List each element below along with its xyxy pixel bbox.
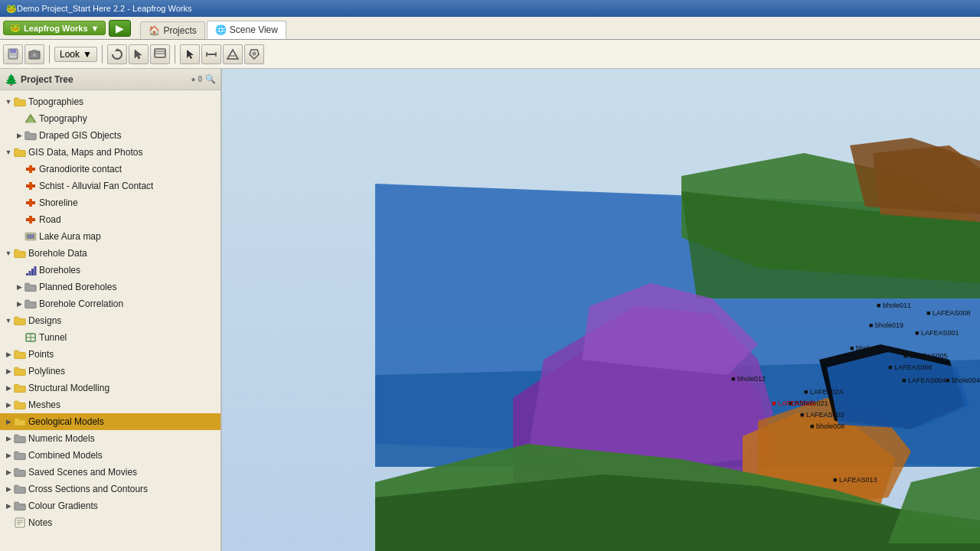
tree-item-draped-gis[interactable]: Draped GIS Objects — [0, 127, 220, 144]
select-button[interactable] — [129, 44, 149, 64]
tree-arrow-structural-modelling — [3, 383, 14, 393]
tree-label-borehole-data: Borehole Data — [28, 248, 87, 259]
svg-text:■ LAFEAS001: ■ LAFEAS001 — [772, 399, 815, 407]
tree-item-designs[interactable]: Designs — [0, 312, 220, 329]
tree-icon-combined-models — [14, 450, 26, 461]
tree-icon-gis-data — [14, 147, 26, 158]
svg-text:■ LAFEAS003: ■ LAFEAS003 — [800, 411, 844, 419]
perspective-button[interactable] — [223, 44, 243, 64]
svg-text:■ LAFEAS004: ■ LAFEAS004 — [902, 377, 946, 384]
tree-label-schist: Schist - Alluvial Fan Contact — [39, 181, 153, 191]
scene-view[interactable]: ■ bhole011 ■ LAFEAS008 ■ bhole019 ■ LAFE… — [222, 69, 980, 551]
tree-item-schist[interactable]: Schist - Alluvial Fan Contact — [0, 178, 220, 194]
camera-button[interactable] — [24, 44, 44, 64]
tree-arrow-road — [14, 214, 24, 225]
tree-label-road: Road — [39, 214, 61, 225]
tree-arrow-saved-scenes — [3, 467, 14, 478]
measure-button[interactable] — [201, 44, 221, 64]
svg-text:■ LAFEAS005: ■ LAFEAS005 — [903, 352, 947, 360]
tree-icon-borehole-data — [14, 248, 26, 259]
title-bar-text: Demo Project_Start Here 2.2 - Leapfrog W… — [17, 4, 191, 13]
tree-item-cross-sections[interactable]: Cross Sections and Contours — [0, 481, 220, 497]
save-button[interactable] — [3, 44, 23, 64]
tree-icon-shoreline — [24, 197, 37, 208]
project-tree-title: Project Tree — [21, 74, 74, 85]
svg-rect-32 — [26, 273, 28, 276]
svg-text:■ bhole008: ■ bhole008 — [810, 422, 844, 430]
tree-item-polylines[interactable]: Polylines — [0, 363, 220, 380]
tree-item-notes[interactable]: Notes — [0, 514, 220, 531]
left-panel: 🌲 Project Tree ● 0 🔍 TopographiesTopogra… — [0, 69, 222, 551]
tree-label-notes: Notes — [28, 517, 52, 528]
tree-arrow-borehole-correlation — [14, 298, 24, 309]
tree-label-meshes: Meshes — [28, 399, 60, 410]
toolbar: Look ▼ — [0, 40, 980, 69]
tree-item-shoreline[interactable]: Shoreline — [0, 194, 220, 211]
tree-icon-granodiorite — [24, 164, 37, 174]
tree-label-polylines: Polylines — [28, 366, 65, 377]
tree-icon-colour-gradients — [14, 500, 26, 511]
tree-item-borehole-correlation[interactable]: Borehole Correlation — [0, 295, 220, 312]
tree-label-lake-aura: Lake Aura map — [39, 231, 101, 242]
tree-arrow-borehole-data — [3, 248, 14, 259]
tree-item-meshes[interactable]: Meshes — [0, 396, 220, 413]
tree-item-borehole-data[interactable]: Borehole Data — [0, 245, 220, 262]
tree-arrow-boreholes — [14, 265, 24, 276]
title-bar-icon: 🐸 — [6, 4, 17, 14]
tree-label-saved-scenes: Saved Scenes and Movies — [28, 467, 137, 478]
app-menu-arrow-icon: ▼ — [91, 24, 100, 33]
tree-item-road[interactable]: Road — [0, 211, 220, 228]
tree-icon-draped-gis — [24, 130, 37, 141]
tree-item-planned-boreholes[interactable]: Planned Boreholes — [0, 279, 220, 295]
svg-rect-33 — [29, 271, 31, 276]
light-button[interactable] — [244, 44, 264, 64]
tree-arrow-polylines — [3, 366, 14, 377]
tree-label-gis-data: GIS Data, Maps and Photos — [28, 147, 142, 158]
tree-item-geological-models[interactable]: Geological Models — [0, 413, 220, 430]
tree-item-gis-data[interactable]: GIS Data, Maps and Photos — [0, 144, 220, 161]
zoom-button[interactable] — [150, 44, 170, 64]
tree-icon-designs — [14, 315, 26, 326]
svg-rect-1 — [10, 49, 16, 53]
svg-rect-34 — [31, 269, 34, 276]
tree-icon-cross-sections — [14, 484, 26, 494]
tree-item-granodiorite[interactable]: Granodiorite contact — [0, 161, 220, 178]
tree-label-structural-modelling: Structural Modelling — [28, 383, 109, 393]
tree-item-numeric-models[interactable]: Numeric Models — [0, 430, 220, 447]
tree-label-topographies: Topographies — [28, 96, 83, 107]
svg-rect-23 — [29, 182, 32, 190]
tree-arrow-numeric-models — [3, 433, 14, 444]
tree-item-points[interactable]: Points — [0, 346, 220, 363]
tree-arrow-tunnel — [14, 332, 24, 343]
svg-text:■ LAFE002A: ■ LAFE002A — [804, 388, 843, 396]
tree-arrow-planned-boreholes — [14, 282, 24, 292]
tree-item-combined-models[interactable]: Combined Models — [0, 447, 220, 464]
menu-bar: 🐸 Leapfrog Works ▼ ▶ 🏠 Projects 🌐 Scene … — [0, 17, 980, 40]
tree-icon-planned-boreholes — [24, 282, 37, 292]
tree-arrow-notes — [3, 517, 14, 528]
tree-item-lake-aura[interactable]: Lake Aura map — [0, 228, 220, 245]
look-dropdown[interactable]: Look ▼ — [54, 47, 97, 62]
tree-arrow-schist — [14, 181, 24, 191]
tree-label-draped-gis: Draped GIS Objects — [39, 130, 121, 141]
svg-point-15 — [253, 52, 256, 55]
tree-container[interactable]: TopographiesTopography Draped GIS Object… — [0, 90, 220, 551]
tree-item-topographies[interactable]: Topographies — [0, 93, 220, 110]
tree-icon-numeric-models — [14, 433, 26, 444]
tree-item-saved-scenes[interactable]: Saved Scenes and Movies — [0, 464, 220, 481]
tab-projects[interactable]: 🏠 Projects — [140, 21, 204, 39]
tab-scene-view[interactable]: 🌐 Scene View — [207, 21, 286, 39]
tree-item-boreholes[interactable]: Boreholes — [0, 262, 220, 279]
svg-text:■ bhole005: ■ bhole005 — [850, 344, 884, 352]
tree-item-structural-modelling[interactable]: Structural Modelling — [0, 380, 220, 396]
tree-item-topography[interactable]: Topography — [0, 110, 220, 127]
tree-item-colour-gradients[interactable]: Colour Gradients — [0, 497, 220, 514]
svg-rect-29 — [29, 216, 32, 223]
cursor-button[interactable] — [180, 44, 200, 64]
rotate-scene-button[interactable] — [107, 44, 127, 64]
play-button[interactable]: ▶ — [109, 20, 131, 37]
tree-item-tunnel[interactable]: Tunnel — [0, 329, 220, 346]
search-icon[interactable]: 🔍 — [205, 74, 216, 84]
svg-rect-20 — [29, 165, 32, 173]
app-menu-button[interactable]: 🐸 Leapfrog Works ▼ — [3, 21, 106, 35]
